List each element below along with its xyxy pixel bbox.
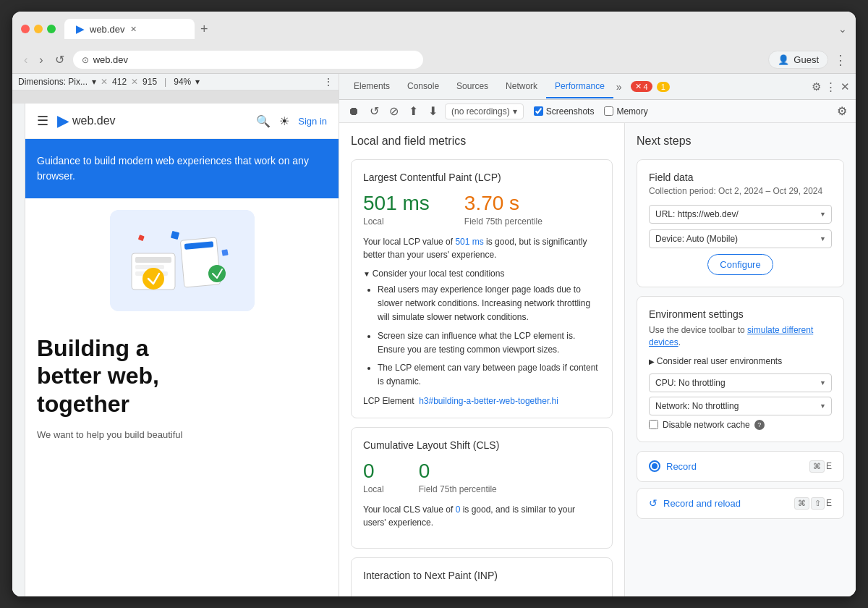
upload-button[interactable]: ⬆ (406, 103, 421, 119)
dim-width: 412 (112, 77, 127, 87)
disable-cache-row: Disable network cache ? (649, 420, 832, 430)
record-button[interactable]: Record (649, 460, 697, 472)
forward-button[interactable]: › (36, 52, 46, 68)
error-count: 4 (644, 83, 648, 91)
close-button[interactable] (21, 25, 30, 33)
record-reload-button[interactable]: ↺ Record and reload (649, 497, 741, 509)
site-heading: Building a better web, together (25, 323, 339, 429)
tab-sources[interactable]: Sources (448, 75, 497, 98)
screenshots-checkbox-label[interactable]: Screenshots (534, 106, 595, 117)
tab-favicon-icon: ▶ (76, 23, 84, 35)
inp-title: Interaction to Next Paint (INP) (363, 570, 600, 581)
field-data-subtitle: Collection period: Oct 2, 2024 – Oct 29,… (649, 186, 832, 196)
memory-label: Memory (616, 106, 647, 117)
disable-cache-checkbox[interactable] (649, 420, 658, 429)
back-button[interactable]: ‹ (21, 52, 30, 68)
device-field: Device: Auto (Mobile) (649, 229, 832, 248)
lcp-description: Your local LCP value of 501 ms is good, … (363, 235, 600, 261)
memory-checkbox[interactable] (604, 106, 613, 116)
browser-tab[interactable]: ▶ web.dev ✕ (64, 19, 195, 39)
site-hero: Guidance to build modern web experiences… (25, 139, 339, 198)
cls-values: 0 Local 0 Field 75th percentile (363, 460, 600, 494)
env-consider-toggle[interactable]: Consider real user environments (649, 356, 832, 366)
site-logo: ▶ web.dev (57, 112, 116, 130)
guest-button[interactable]: 👤 Guest (768, 51, 828, 69)
configure-button[interactable]: Configure (707, 254, 773, 275)
cls-field-value: 0 (419, 460, 497, 483)
download-button[interactable]: ⬇ (425, 103, 441, 119)
help-icon[interactable]: ? (754, 420, 765, 430)
settings-icon[interactable]: ⚙ (812, 80, 821, 93)
network-select[interactable]: Network: No throttling (649, 397, 832, 415)
record-circle-button[interactable]: ⏺ (345, 104, 362, 119)
main-area: Dimensions: Pix... ▾ ✕ 412 ✕ 915 | 94% ▾… (12, 74, 856, 596)
svg-point-8 (208, 265, 226, 282)
minimize-button[interactable] (34, 25, 43, 33)
reload-record-button[interactable]: ↺ (367, 103, 382, 119)
cls-highlight: 0 (456, 504, 461, 515)
memory-checkbox-label[interactable]: Memory (604, 106, 647, 117)
more-options-button[interactable]: ⋮ (834, 52, 847, 68)
url-select-wrapper[interactable]: URL: https://web.dev/ (649, 205, 832, 224)
address-icon: ⊙ (82, 55, 89, 65)
network-select-wrapper[interactable]: Network: No throttling (649, 397, 832, 415)
metrics-panel: Local and field metrics Largest Contentf… (339, 123, 624, 596)
simulate-devices-link[interactable]: simulate different devices (649, 325, 813, 347)
devtools-more-button[interactable]: ⋮ (825, 80, 836, 93)
devtools-panel: Elements Console Sources Network Perform… (339, 74, 856, 596)
record-label: Record (666, 461, 697, 472)
devtools-tab-bar: Elements Console Sources Network Perform… (339, 74, 856, 100)
devtools-close-button[interactable]: ✕ (841, 80, 850, 93)
url-select[interactable]: URL: https://web.dev/ (649, 205, 832, 224)
svg-point-7 (142, 268, 164, 290)
reload-icon: ↺ (649, 497, 658, 509)
tab-network[interactable]: Network (497, 75, 546, 98)
new-tab-button[interactable]: + (195, 22, 214, 37)
record-card[interactable]: Record ⌘ E (637, 451, 844, 482)
field-data-card: Field data Collection period: Oct 2, 202… (637, 159, 844, 287)
screenshots-checkbox[interactable] (534, 106, 543, 116)
devtools-content: Local and field metrics Largest Contentf… (339, 123, 856, 596)
lcp-element-link[interactable]: h3#building-a-better-web-together.hi (419, 396, 558, 406)
address-input[interactable]: ⊙ web.dev (73, 51, 424, 69)
dim-percent-dropdown[interactable]: ▾ (195, 77, 200, 87)
record-reload-label: Record and reload (663, 498, 741, 509)
tab-title: web.dev (90, 24, 124, 35)
site-main-heading: Building a better web, together (37, 334, 327, 418)
tab-console[interactable]: Console (399, 75, 448, 98)
device-select-wrapper[interactable]: Device: Auto (Mobile) (649, 229, 832, 248)
device-select[interactable]: Device: Auto (Mobile) (649, 229, 832, 248)
cpu-select[interactable]: CPU: No throttling (649, 373, 832, 392)
cls-local-label: Local (363, 484, 384, 494)
guest-label: Guest (793, 54, 819, 65)
sign-in-link[interactable]: Sign in (298, 116, 327, 127)
search-icon[interactable]: 🔍 (256, 114, 271, 128)
clear-button[interactable]: ⊘ (386, 103, 401, 119)
tab-list-button[interactable]: ⌄ (838, 23, 847, 35)
more-tabs-button[interactable]: » (613, 81, 625, 93)
lcp-highlight: 501 ms (455, 237, 483, 247)
website-panel: Dimensions: Pix... ▾ ✕ 412 ✕ 915 | 94% ▾… (12, 74, 339, 596)
record-dot (652, 463, 658, 469)
perf-settings-icon[interactable]: ⚙ (834, 103, 850, 119)
svg-rect-10 (221, 249, 228, 256)
theme-toggle-icon[interactable]: ☀ (279, 114, 289, 128)
record-reload-card[interactable]: ↺ Record and reload ⌘ ⇧ E (637, 488, 844, 519)
reload-button[interactable]: ↺ (52, 51, 67, 68)
cpu-select-wrapper[interactable]: CPU: No throttling (649, 373, 832, 392)
svg-rect-2 (135, 257, 171, 263)
consider-title[interactable]: Consider your local test conditions (363, 269, 600, 279)
recordings-dropdown[interactable]: (no recordings) ▾ (445, 104, 524, 119)
hamburger-icon[interactable]: ☰ (37, 113, 48, 129)
recordings-dropdown-icon: ▾ (513, 106, 517, 117)
tab-performance[interactable]: Performance (546, 75, 613, 98)
dim-percent: 94% (174, 77, 191, 87)
error-badge: ✕ 4 (631, 81, 652, 92)
tab-close-icon[interactable]: ✕ (130, 25, 137, 34)
tab-elements[interactable]: Elements (345, 75, 399, 98)
address-bar: ‹ › ↺ ⊙ web.dev 👤 Guest ⋮ (12, 46, 856, 74)
hero-text: Guidance to build modern web experiences… (37, 153, 327, 184)
dim-dropdown-icon[interactable]: ▾ (92, 77, 96, 87)
maximize-button[interactable] (47, 25, 56, 33)
env-settings-desc: Use the device toolbar to simulate diffe… (649, 324, 832, 349)
